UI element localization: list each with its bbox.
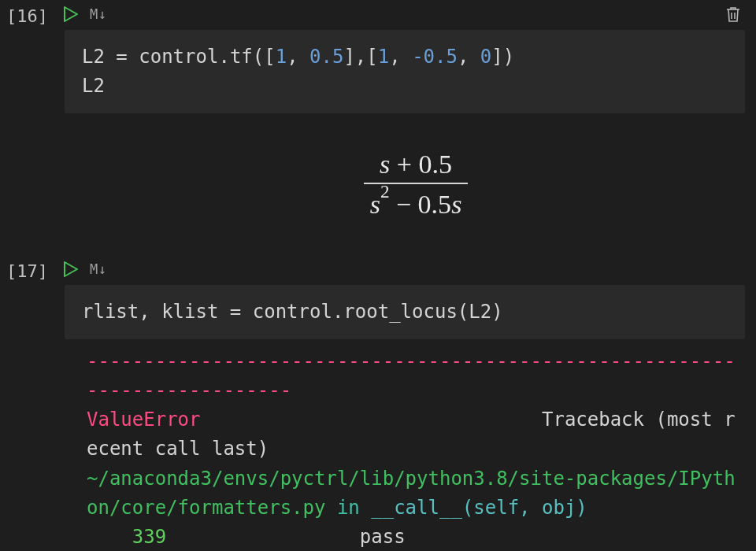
cell-toolbar: M↓ [63,0,747,28]
markdown-toggle[interactable]: M↓ [90,6,106,22]
execution-count: [17] [0,255,63,281]
traceback-code: pass [360,526,406,548]
delete-cell-button[interactable] [724,5,742,24]
markdown-label: M↓ [90,6,106,22]
fraction-numerator: s + 0.5 [364,150,469,184]
traceback-separator: ----------------------------------------… [87,350,736,401]
traceback-function: __call__ [371,497,462,519]
markdown-toggle[interactable]: M↓ [90,261,106,277]
markdown-label: M↓ [90,261,106,277]
error-name: ValueError [87,409,201,431]
cell-toolbar: M↓ [63,255,747,283]
svg-marker-0 [65,7,77,21]
code-editor[interactable]: L2 = control.tf([1, 0.5],[1, -0.5, 0]) L… [65,30,745,113]
fraction: s + 0.5 s2 − 0.5s [364,150,469,220]
traceback-args: (self, obj) [462,497,587,519]
notebook-cell: [16] M↓ L2 = control.tf([1, 0.5],[1, -0.… [0,0,756,113]
notebook-cell: [17] M↓ rlist, klist = control.root_locu… [0,255,756,339]
run-cell-button[interactable] [63,6,79,23]
execution-count: [16] [0,0,63,26]
code-editor[interactable]: rlist, klist = control.root_locus(L2) [65,285,745,339]
latex-output: s + 0.5 s2 − 0.5s [85,113,747,254]
svg-marker-1 [65,262,77,276]
traceback-in-keyword: in [337,497,360,519]
traceback-lineno: 339 [132,526,166,548]
cell-output: s + 0.5 s2 − 0.5s [0,113,756,254]
cell-output: ----------------------------------------… [0,339,756,551]
run-cell-button[interactable] [63,261,79,278]
fraction-denominator: s2 − 0.5s [364,184,469,220]
traceback-output: ----------------------------------------… [85,339,747,551]
